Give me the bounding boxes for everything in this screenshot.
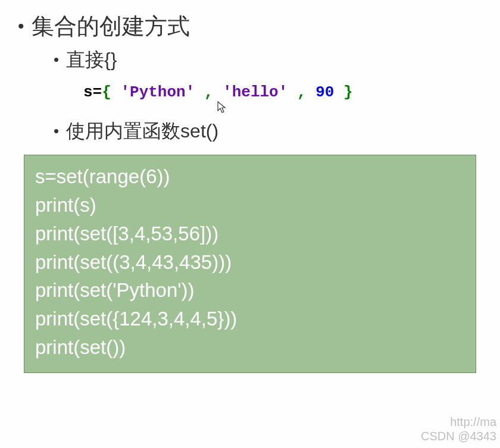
watermark: http://ma CSDN @4343: [421, 415, 496, 443]
bullet-l1-text: 集合的创建方式: [32, 12, 190, 40]
code-block: s=set(range(6)) print(s) print(set([3,4,…: [24, 155, 476, 373]
code-line: print(set((3,4,43,435))): [35, 248, 465, 277]
bullet-l2a-text: 直接{}: [66, 46, 117, 73]
code-sp: [195, 83, 204, 101]
code-sp: [111, 83, 121, 101]
bullet-l2b-text: 使用内置函数set(): [66, 118, 218, 144]
inline-code-example: s={ 'Python' , 'hello' , 90 }: [0, 83, 500, 101]
code-sp: [288, 83, 297, 101]
bullet-dot: •: [18, 12, 24, 40]
code-line: print(set('Python')): [35, 276, 465, 305]
bullet-level2-b: • 使用内置函数set(): [0, 118, 500, 144]
code-brace-open: {: [102, 83, 111, 101]
code-sp: [307, 83, 316, 101]
code-sp: [213, 83, 223, 101]
code-string-1: 'Python': [120, 83, 195, 101]
bullet-dot: •: [54, 46, 59, 73]
code-string-2: 'hello': [223, 83, 288, 101]
code-var: s=: [83, 83, 102, 101]
watermark-line2: CSDN @4343: [421, 429, 496, 443]
bullet-level2-a: • 直接{}: [0, 46, 500, 73]
code-line: print(set([3,4,53,56])): [35, 220, 465, 248]
watermark-line1: http://ma: [421, 415, 496, 429]
code-line: print(set()): [35, 333, 465, 362]
code-number: 90: [315, 83, 334, 101]
code-comma: ,: [204, 83, 214, 101]
cursor-icon: [217, 101, 227, 118]
code-line: s=set(range(6)): [35, 162, 465, 191]
code-line: print(s): [35, 191, 465, 220]
code-comma: ,: [297, 83, 307, 101]
code-brace-close: }: [343, 83, 353, 101]
code-line: print(set({124,3,4,4,5})): [35, 305, 465, 333]
bullet-dot: •: [54, 118, 59, 144]
bullet-level1: • 集合的创建方式: [0, 12, 500, 40]
code-sp: [334, 83, 343, 101]
